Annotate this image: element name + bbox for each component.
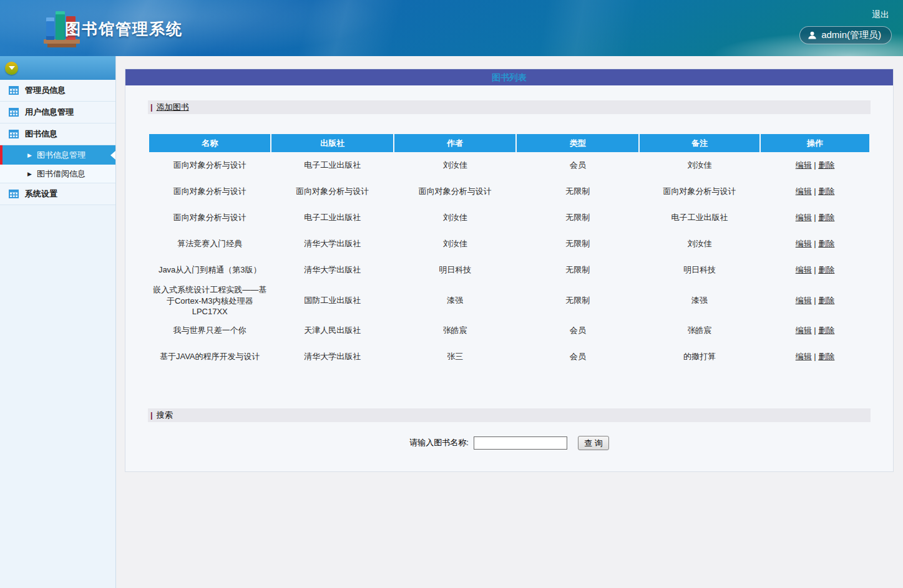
author-cell: 刘汝佳	[394, 231, 515, 257]
type-cell: 无限制	[517, 283, 638, 317]
type-cell: 会员	[517, 344, 638, 370]
actions-cell: 编辑 | 删除	[761, 178, 869, 205]
add-book-link[interactable]: 添加图书	[157, 100, 189, 114]
remark-cell: 漆强	[640, 283, 759, 317]
sidebar-item-label: 管理员信息	[25, 85, 66, 96]
logout-link[interactable]: 退出	[872, 9, 889, 21]
publisher-cell: 国防工业出版社	[271, 283, 393, 317]
actions-cell: 编辑 | 删除	[761, 344, 869, 370]
table-row: Java从入门到精通（第3版）清华大学出版社明日科技无限制明日科技编辑 | 删除	[149, 257, 869, 283]
user-name: admin(管理员)	[821, 29, 881, 41]
book-name-cell: 面向对象分析与设计	[149, 178, 270, 205]
author-cell: 漆强	[394, 283, 515, 317]
app-title: 图书馆管理系统	[65, 19, 183, 39]
book-table-body: 面向对象分析与设计电子工业出版社刘汝佳会员刘汝佳编辑 | 删除面向对象分析与设计…	[149, 152, 869, 370]
edit-link[interactable]: 编辑	[796, 352, 812, 361]
search-strip: | 搜索	[148, 408, 871, 422]
edit-link[interactable]: 编辑	[796, 160, 812, 170]
table-icon	[9, 85, 19, 95]
table-icon	[9, 107, 19, 117]
sidebar-item-user-info[interactable]: 用户信息管理	[0, 102, 115, 123]
publisher-cell: 电子工业出版社	[271, 152, 393, 178]
active-item-notch	[110, 151, 115, 160]
remark-cell: 张皓宸	[640, 317, 759, 344]
user-icon	[808, 31, 817, 40]
edit-link[interactable]: 编辑	[796, 213, 812, 222]
col-header-author: 作者	[394, 134, 515, 152]
sidebar-item-label: 图书信息管理	[37, 150, 85, 161]
action-separator: |	[812, 213, 819, 222]
edit-link[interactable]: 编辑	[796, 296, 812, 305]
table-row: 面向对象分析与设计面向对象分析与设计面向对象分析与设计无限制面向对象分析与设计编…	[149, 178, 869, 205]
edit-link[interactable]: 编辑	[796, 265, 812, 274]
type-cell: 无限制	[517, 178, 638, 205]
book-name-cell: 我与世界只差一个你	[149, 317, 270, 344]
publisher-cell: 清华大学出版社	[271, 231, 393, 257]
search-section-label: 搜索	[157, 408, 173, 422]
delete-link[interactable]: 删除	[818, 352, 834, 361]
col-header-actions: 操作	[761, 134, 869, 152]
type-cell: 无限制	[517, 257, 638, 283]
sidebar-item-book-info-manage[interactable]: ▶ 图书信息管理	[0, 145, 115, 165]
table-icon	[9, 189, 19, 199]
publisher-cell: 面向对象分析与设计	[271, 178, 393, 205]
sidebar-item-book-info[interactable]: 图书信息	[0, 123, 115, 145]
sidebar: 管理员信息 用户信息管理 图书信息 ▶ 图书信息管理 ▶ 图书借阅信息	[0, 56, 116, 588]
delete-link[interactable]: 删除	[818, 296, 834, 305]
edit-link[interactable]: 编辑	[796, 186, 812, 196]
search-row: 请输入图书名称: 查 询	[148, 436, 871, 450]
table-row: 算法竞赛入门经典清华大学出版社刘汝佳无限制刘汝佳编辑 | 删除	[149, 231, 869, 257]
sidebar-item-book-borrow-info[interactable]: ▶ 图书借阅信息	[0, 165, 115, 183]
col-header-name: 名称	[149, 134, 270, 152]
action-separator: |	[812, 296, 819, 305]
table-row: 面向对象分析与设计电子工业出版社刘汝佳无限制电子工业出版社编辑 | 删除	[149, 205, 869, 231]
search-button[interactable]: 查 询	[578, 436, 609, 450]
book-name-input[interactable]	[474, 436, 567, 450]
sidebar-collapse-button[interactable]	[5, 62, 18, 75]
table-row: 基于JAVA的程序开发与设计清华大学出版社张三会员的撒打算编辑 | 删除	[149, 344, 869, 370]
edit-link[interactable]: 编辑	[796, 325, 812, 335]
add-book-strip: | 添加图书	[148, 100, 871, 114]
table-row: 面向对象分析与设计电子工业出版社刘汝佳会员刘汝佳编辑 | 删除	[149, 152, 869, 178]
remark-cell: 刘汝佳	[640, 152, 759, 178]
book-name-cell: 面向对象分析与设计	[149, 205, 270, 231]
caret-right-icon: ▶	[27, 171, 32, 177]
actions-cell: 编辑 | 删除	[761, 317, 869, 344]
delete-link[interactable]: 删除	[818, 186, 834, 196]
sidebar-item-system-settings[interactable]: 系统设置	[0, 183, 115, 205]
delete-link[interactable]: 删除	[818, 213, 834, 222]
sidebar-item-label: 用户信息管理	[25, 107, 74, 118]
main-content: 图书列表 | 添加图书 名称 出版社 作者	[116, 56, 903, 588]
book-name-cell: 基于JAVA的程序开发与设计	[149, 344, 270, 370]
table-row: 我与世界只差一个你天津人民出版社张皓宸会员张皓宸编辑 | 删除	[149, 317, 869, 344]
publisher-cell: 清华大学出版社	[271, 257, 393, 283]
sidebar-item-admin-info[interactable]: 管理员信息	[0, 80, 115, 102]
author-cell: 刘汝佳	[394, 152, 515, 178]
book-name-cell: 面向对象分析与设计	[149, 152, 270, 178]
delete-link[interactable]: 删除	[818, 265, 834, 274]
sidebar-item-label: 系统设置	[25, 188, 57, 200]
actions-cell: 编辑 | 删除	[761, 257, 869, 283]
remark-cell: 的撒打算	[640, 344, 759, 370]
actions-cell: 编辑 | 删除	[761, 152, 869, 178]
author-cell: 明日科技	[394, 257, 515, 283]
strip-bar: |	[150, 100, 153, 114]
remark-cell: 电子工业出版社	[640, 205, 759, 231]
table-icon	[9, 129, 19, 139]
publisher-cell: 电子工业出版社	[271, 205, 393, 231]
edit-link[interactable]: 编辑	[796, 239, 812, 248]
delete-link[interactable]: 删除	[818, 239, 834, 248]
table-header-row: 名称 出版社 作者 类型 备注 操作	[149, 134, 869, 152]
search-label: 请输入图书名称:	[409, 438, 469, 447]
sidebar-item-label: 图书信息	[25, 128, 57, 140]
book-name-cell: 嵌入式系统设计工程实践——基于Cortex-M3内核处理器LPC17XX	[149, 283, 270, 317]
col-header-type: 类型	[517, 134, 638, 152]
sidebar-item-label: 图书借阅信息	[37, 168, 85, 180]
delete-link[interactable]: 删除	[818, 160, 834, 170]
delete-link[interactable]: 删除	[818, 325, 834, 335]
action-separator: |	[812, 265, 819, 274]
type-cell: 会员	[517, 317, 638, 344]
table-row: 嵌入式系统设计工程实践——基于Cortex-M3内核处理器LPC17XX国防工业…	[149, 283, 869, 317]
chevron-down-icon	[9, 66, 15, 70]
user-menu-button[interactable]: admin(管理员)	[799, 26, 892, 44]
